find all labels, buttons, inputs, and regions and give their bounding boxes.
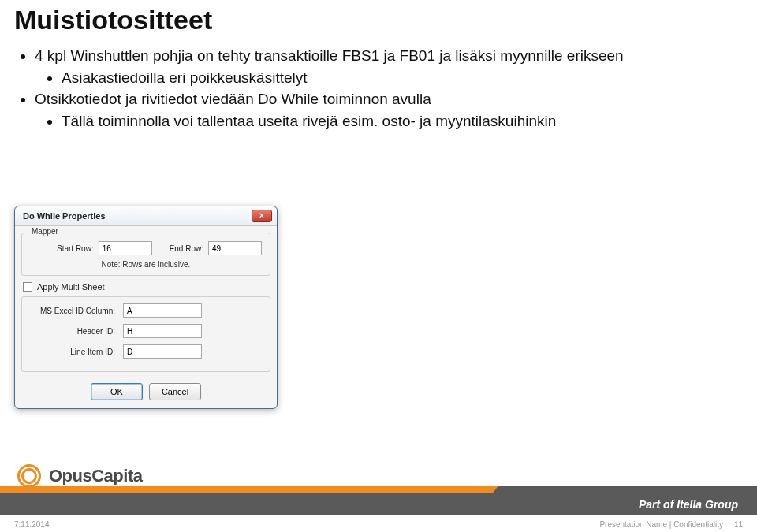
- ok-button[interactable]: OK: [91, 383, 143, 400]
- dialog-title: Do While Properties: [23, 211, 106, 221]
- mapper-note: Note: Rows are inclusive.: [30, 260, 262, 269]
- footer-date: 7.11.2014: [14, 520, 50, 529]
- mapper-legend: Mapper: [28, 227, 62, 236]
- footer-grey-bar: Part of Itella Group: [0, 493, 757, 515]
- dialog-button-bar: OK Cancel: [15, 380, 277, 408]
- apply-multi-sheet-checkbox[interactable]: [23, 282, 32, 292]
- excel-id-column-input[interactable]: [123, 303, 202, 318]
- dialog-titlebar[interactable]: Do While Properties ×: [15, 206, 277, 226]
- slide: { "title": "Muistiotositteet", "bullets"…: [0, 0, 757, 532]
- mapper-panel: Mapper Start Row: End Row: Note: Rows ar…: [21, 233, 270, 276]
- bullet-2-1: Tällä toiminnolla voi tallentaa useita r…: [62, 111, 741, 132]
- start-row-label: Start Row:: [57, 244, 94, 253]
- apply-multi-sheet-row[interactable]: Apply Multi Sheet: [23, 282, 270, 292]
- start-row-input[interactable]: [99, 241, 152, 255]
- excel-id-column-label: MS Excel ID Column:: [30, 307, 115, 315]
- header-id-input[interactable]: [123, 324, 202, 338]
- do-while-properties-dialog: Do While Properties × Mapper Start Row: …: [14, 206, 278, 409]
- apply-multi-sheet-label: Apply Multi Sheet: [37, 282, 105, 292]
- footer-meta: Presentation Name | Confidentiality: [599, 520, 723, 529]
- swirl-icon: [17, 464, 43, 488]
- row-start-end: Start Row: End Row:: [57, 241, 262, 255]
- logo-text: OpusCapita: [49, 466, 142, 486]
- end-row-label: End Row:: [170, 244, 203, 253]
- bullet-2: Otsikkotiedot ja rivitiedot viedään Do W…: [35, 89, 741, 110]
- line-item-id-label: Line Item ID:: [30, 348, 115, 356]
- line-item-id-input[interactable]: [123, 344, 202, 359]
- cancel-button[interactable]: Cancel: [149, 383, 201, 400]
- footer-grey-extension: [520, 486, 757, 493]
- slide-content: 4 kpl Winshuttlen pohjia on tehty transa…: [17, 46, 741, 133]
- footer-bar: OpusCapita Part of Itella Group: [0, 474, 757, 515]
- id-fields-panel: MS Excel ID Column: Header ID: Line Item…: [21, 296, 270, 372]
- end-row-input[interactable]: [208, 241, 262, 255]
- close-icon[interactable]: ×: [252, 210, 272, 222]
- footer-tagline: Part of Itella Group: [639, 498, 738, 511]
- logo: OpusCapita: [17, 464, 142, 488]
- footer-page-number: 11: [734, 520, 743, 529]
- bullet-1-1: Asiakastiedoilla eri poikkeuskäsittelyt: [62, 68, 741, 88]
- bullet-1: 4 kpl Winshuttlen pohjia on tehty transa…: [35, 46, 741, 66]
- slide-title: Muistiotositteet: [14, 5, 212, 35]
- subfooter: 7.11.2014 Presentation Name | Confidenti…: [14, 520, 743, 529]
- header-id-label: Header ID:: [30, 327, 115, 336]
